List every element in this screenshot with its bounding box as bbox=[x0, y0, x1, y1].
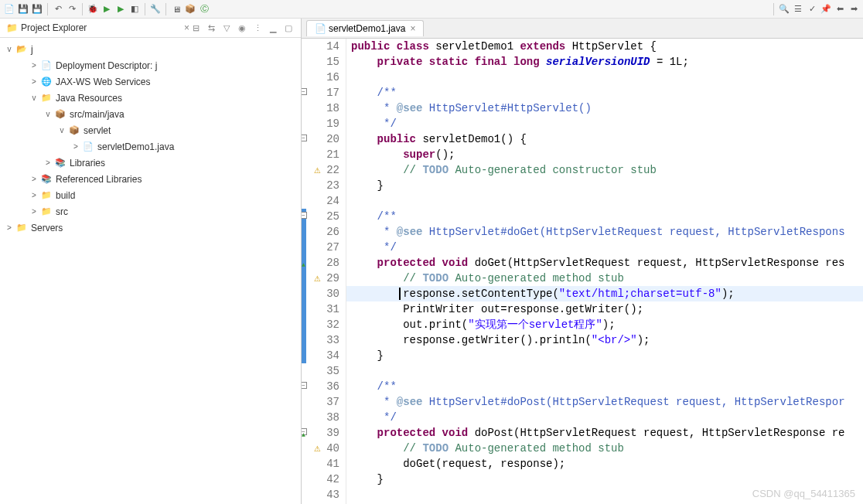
tree-label: servlet bbox=[84, 125, 111, 136]
java-file-icon: 📄 bbox=[315, 23, 326, 34]
minimize-icon[interactable]: ▁ bbox=[267, 22, 279, 34]
tree-item[interactable]: >🌐JAX-WS Web Services bbox=[0, 73, 301, 90]
code-line[interactable]: */ bbox=[346, 116, 863, 131]
code-line[interactable] bbox=[346, 363, 863, 379]
code-line[interactable]: super(); bbox=[346, 147, 863, 162]
collapse-all-icon[interactable]: ⊟ bbox=[189, 22, 202, 34]
twisty-icon[interactable]: v bbox=[42, 110, 54, 118]
code-editor[interactable]: −−−▲−−▲ 1415161718192021⚠22232425262728⚠… bbox=[302, 39, 863, 504]
code-line[interactable]: protected void doGet(HttpServletRequest … bbox=[346, 255, 863, 271]
twisty-icon[interactable]: > bbox=[42, 158, 54, 167]
code-line[interactable]: response.getWriter().println("<br/>"); bbox=[346, 332, 863, 348]
twisty-icon[interactable]: v bbox=[56, 126, 68, 135]
link-editor-icon[interactable]: ⇆ bbox=[205, 22, 217, 34]
tree-item[interactable]: >📚Referenced Libraries bbox=[0, 171, 301, 187]
coverage-icon[interactable]: ◧ bbox=[128, 3, 141, 15]
tree-servers[interactable]: > 📁 Servers bbox=[0, 220, 301, 236]
close-tab-icon[interactable]: × bbox=[410, 23, 415, 34]
tree-label: Deployment Descriptor: j bbox=[56, 60, 157, 71]
nav-fwd-icon[interactable]: ➡ bbox=[848, 3, 860, 15]
twisty-icon[interactable]: > bbox=[3, 223, 15, 232]
tree-item[interactable]: >📄Deployment Descriptor: j bbox=[0, 57, 301, 73]
pin-icon[interactable]: 📌 bbox=[820, 3, 832, 15]
view-menu-icon[interactable]: ⋮ bbox=[251, 22, 264, 34]
node-icon: 📚 bbox=[54, 157, 67, 169]
class-icon[interactable]: Ⓒ bbox=[198, 3, 210, 15]
tree-item[interactable]: >📄servletDemo1.java bbox=[0, 138, 301, 155]
undo-icon[interactable]: ↶ bbox=[52, 3, 64, 15]
main-toolbar: 📄 💾 💾 ↶ ↷ 🐞 ▶ ▶ ◧ 🔧 🖥 📦 Ⓒ 🔍 ☰ ✓ 📌 ⬅ ➡ bbox=[0, 0, 863, 19]
code-line[interactable]: } bbox=[346, 178, 863, 193]
editor-tab[interactable]: 📄 servletDemo1.java × bbox=[306, 20, 424, 36]
code-line[interactable]: doGet(request, response); bbox=[346, 456, 863, 472]
code-line[interactable]: /** bbox=[346, 209, 863, 224]
code-line[interactable]: * @see HttpServlet#HttpServlet() bbox=[346, 100, 863, 116]
code-line[interactable]: */ bbox=[346, 240, 863, 255]
tree-item[interactable]: v📦servlet bbox=[0, 122, 301, 138]
code-line[interactable] bbox=[346, 193, 863, 209]
search-icon[interactable]: 🔍 bbox=[778, 3, 790, 15]
twisty-icon[interactable]: v bbox=[28, 94, 40, 102]
code-line[interactable]: out.print("实现第一个servlet程序"); bbox=[346, 317, 863, 332]
code-line[interactable]: public servletDemo1() { bbox=[346, 131, 863, 147]
code-line[interactable]: // TODO Auto-generated constructor stub bbox=[346, 162, 863, 178]
task-icon[interactable]: ✓ bbox=[806, 3, 818, 15]
code-line[interactable]: // TODO Auto-generated method stub bbox=[346, 441, 863, 456]
filter-icon[interactable]: ▽ bbox=[220, 22, 233, 34]
code-line[interactable]: } bbox=[346, 348, 863, 363]
nav-back-icon[interactable]: ⬅ bbox=[834, 3, 846, 15]
tree-label: src/main/java bbox=[70, 109, 125, 120]
editor-area: 📄 servletDemo1.java × −−−▲−−▲ 1415161718… bbox=[302, 19, 863, 504]
save-icon[interactable]: 💾 bbox=[17, 3, 29, 15]
focus-icon[interactable]: ◉ bbox=[236, 22, 248, 34]
tree-item[interactable]: >📁build bbox=[0, 187, 301, 203]
code-line[interactable]: } bbox=[346, 472, 863, 487]
redo-icon[interactable]: ↷ bbox=[66, 3, 78, 15]
tree-item[interactable]: v📁Java Resources bbox=[0, 90, 301, 106]
debug-icon[interactable]: 🐞 bbox=[87, 3, 99, 15]
code-line[interactable]: response.setContentType("text/html;chars… bbox=[346, 286, 863, 301]
tree-label: j bbox=[31, 44, 33, 55]
code-line[interactable] bbox=[346, 70, 863, 85]
tree-project-root[interactable]: v 📂 j bbox=[0, 41, 301, 57]
tree-label: Java Resources bbox=[56, 93, 122, 104]
code-line[interactable]: PrintWriter out=response.getWriter(); bbox=[346, 301, 863, 317]
tree-item[interactable]: v📦src/main/java bbox=[0, 106, 301, 122]
code-line[interactable]: * @see HttpServlet#doPost(HttpServletReq… bbox=[346, 394, 863, 410]
twisty-icon[interactable]: > bbox=[28, 175, 40, 183]
maximize-icon[interactable]: ▢ bbox=[282, 22, 295, 34]
code-line[interactable]: */ bbox=[346, 410, 863, 425]
twisty-icon[interactable]: > bbox=[28, 61, 40, 70]
new-server-icon[interactable]: 🖥 bbox=[170, 3, 182, 15]
project-tree[interactable]: v 📂 j >📄Deployment Descriptor: j>🌐JAX-WS… bbox=[0, 38, 301, 504]
code-line[interactable]: /** bbox=[346, 85, 863, 100]
watermark: CSDN @qq_54411365 bbox=[752, 488, 855, 499]
code-line[interactable]: protected void doPost(HttpServletRequest… bbox=[346, 425, 863, 441]
code-line[interactable]: // TODO Auto-generated method stub bbox=[346, 271, 863, 286]
tree-item[interactable]: >📚Libraries bbox=[0, 155, 301, 171]
twisty-icon[interactable]: > bbox=[28, 207, 40, 216]
twisty-icon[interactable]: > bbox=[28, 191, 40, 199]
code-line[interactable]: /** bbox=[346, 379, 863, 394]
ext-tools-icon[interactable]: 🔧 bbox=[149, 3, 162, 15]
new-icon[interactable]: 📄 bbox=[3, 3, 15, 15]
node-icon: 📄 bbox=[40, 60, 53, 72]
code-line[interactable]: private static final long serialVersionU… bbox=[346, 54, 863, 70]
twisty-icon[interactable]: v bbox=[3, 45, 15, 53]
save-all-icon[interactable]: 💾 bbox=[31, 3, 43, 15]
outline-icon[interactable]: ☰ bbox=[792, 3, 804, 15]
close-view-icon[interactable]: × bbox=[184, 22, 189, 33]
servers-icon: 📁 bbox=[15, 222, 28, 234]
run-last-icon[interactable]: ▶ bbox=[114, 3, 127, 15]
twisty-icon[interactable]: > bbox=[70, 142, 82, 151]
tree-label: Servers bbox=[31, 223, 63, 233]
editor-tab-bar: 📄 servletDemo1.java × bbox=[302, 19, 863, 39]
code-line[interactable]: public class servletDemo1 extends HttpSe… bbox=[346, 39, 863, 54]
package-icon[interactable]: 📦 bbox=[184, 3, 196, 15]
node-icon: 📚 bbox=[40, 173, 53, 186]
tree-item[interactable]: >📁src bbox=[0, 203, 301, 220]
code-line[interactable]: * @see HttpServlet#doGet(HttpServletRequ… bbox=[346, 224, 863, 240]
tab-label: servletDemo1.java bbox=[329, 23, 405, 34]
run-icon[interactable]: ▶ bbox=[101, 3, 113, 15]
twisty-icon[interactable]: > bbox=[28, 77, 40, 86]
